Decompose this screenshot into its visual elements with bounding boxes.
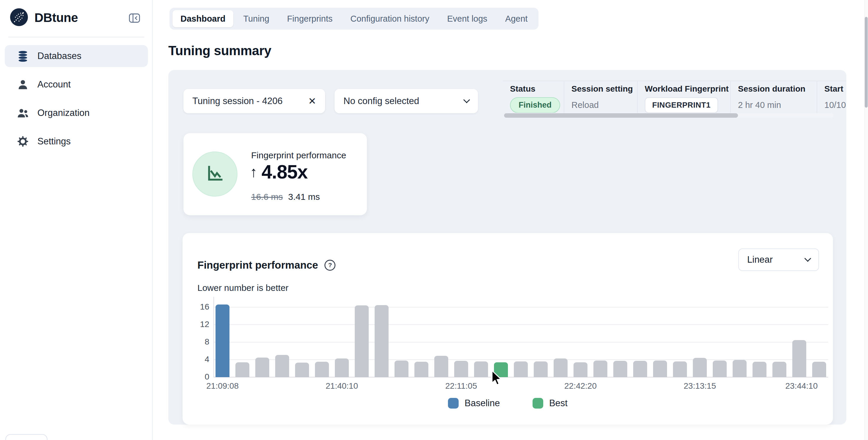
- chart-subtitle: Lower number is better: [197, 283, 288, 293]
- chart-bar-14[interactable]: [494, 362, 508, 377]
- sidebar-nav: Databases Account Organization: [5, 45, 148, 153]
- chart-bar-4[interactable]: [295, 363, 309, 377]
- sidebar-item-organization[interactable]: Organization: [5, 102, 148, 124]
- legend-swatch-best: [532, 398, 543, 409]
- sidebar-item-databases[interactable]: Databases: [5, 45, 148, 67]
- legend-item-baseline: Baseline: [448, 398, 500, 409]
- chart-bar-24[interactable]: [693, 358, 707, 377]
- chart-bar-15[interactable]: [514, 362, 528, 377]
- chart-bar-20[interactable]: [613, 361, 627, 377]
- gear-icon: [17, 135, 29, 148]
- chart-bar-10[interactable]: [414, 362, 428, 377]
- x-axis-tick-0: 21:09:08: [206, 381, 239, 391]
- bottom-left-partial-button[interactable]: [5, 434, 48, 440]
- y-axis-tick-0: 0: [188, 372, 209, 381]
- chart-legend: Baseline Best: [183, 398, 833, 409]
- sidebar: DBtune Databases: [0, 0, 153, 440]
- performance-multiplier-row: ↑ 4.85x: [250, 161, 308, 183]
- sidebar-item-label: Organization: [37, 108, 90, 118]
- sidebar-collapse-icon[interactable]: [129, 13, 140, 24]
- chart-decrease-icon: [204, 163, 226, 185]
- column-header-session-duration: Session duration: [730, 81, 817, 97]
- chart-bar-1[interactable]: [236, 362, 249, 377]
- chart-bar-2[interactable]: [255, 358, 269, 377]
- chart-bar-12[interactable]: [454, 361, 468, 377]
- fingerprint-performance-card: Fingerprint performance ↑ 4.85x 16.6 ms …: [183, 133, 367, 215]
- scale-select[interactable]: Linear: [738, 248, 819, 271]
- chart-bar-11[interactable]: [434, 356, 448, 377]
- chart-bar-16[interactable]: [534, 362, 548, 377]
- chart-bar-3[interactable]: [275, 355, 289, 377]
- page-title: Tuning summary: [168, 43, 271, 58]
- chevron-down-icon: [463, 96, 470, 103]
- brand-row: DBtune: [10, 8, 78, 27]
- sidebar-item-account[interactable]: Account: [5, 73, 148, 96]
- baseline-latency: 16.6 ms: [251, 192, 283, 202]
- y-axis-tick-12: 12: [188, 319, 209, 329]
- x-axis-tick-5: 23:44:10: [785, 381, 818, 391]
- session-select[interactable]: Tuning session - 4206 ✕: [183, 89, 325, 113]
- sidebar-item-label: Settings: [37, 136, 71, 147]
- tab-event-logs[interactable]: Event logs: [439, 10, 495, 27]
- fingerprint-chip[interactable]: FINGERPRINT1: [645, 97, 718, 113]
- session-duration-cell: 2 hr 40 min: [730, 97, 817, 113]
- column-header-session-setting: Session setting: [564, 81, 637, 97]
- chart-bar-22[interactable]: [653, 361, 667, 377]
- gridline-y12: [213, 325, 828, 325]
- session-summary-table: Status Session setting Workload Fingerpr…: [503, 81, 846, 113]
- chart-bar-6[interactable]: [335, 359, 349, 377]
- brand-name: DBtune: [34, 11, 78, 25]
- sidebar-divider: [8, 37, 144, 37]
- sidebar-item-label: Databases: [37, 51, 81, 61]
- performance-icon-circle: [192, 151, 238, 197]
- chart-title-row: Fingerprint performance ?: [197, 259, 336, 271]
- chart-bar-26[interactable]: [733, 360, 747, 377]
- tab-agent[interactable]: Agent: [497, 10, 536, 27]
- chart-bar-30[interactable]: [812, 362, 826, 377]
- legend-label-baseline: Baseline: [465, 398, 500, 409]
- chart-bar-25[interactable]: [713, 361, 727, 377]
- window-scrollbar-thumb[interactable]: [865, 17, 868, 108]
- performance-values-row: 16.6 ms 3.41 ms: [251, 192, 320, 202]
- person-icon: [17, 78, 29, 91]
- chart-bar-27[interactable]: [752, 362, 767, 377]
- chart-bar-28[interactable]: [772, 362, 786, 377]
- chart-bar-18[interactable]: [574, 362, 587, 377]
- table-horizontal-scrollbar[interactable]: [504, 113, 834, 118]
- sidebar-item-label: Account: [37, 79, 71, 90]
- tuning-summary-panel: Tuning session - 4206 ✕ No config select…: [168, 70, 846, 425]
- chart-bar-29[interactable]: [792, 340, 806, 377]
- status-badge: Finished: [510, 97, 560, 113]
- tab-configuration-history[interactable]: Configuration history: [342, 10, 437, 27]
- best-latency: 3.41 ms: [288, 192, 320, 202]
- column-header-start: Start: [817, 81, 846, 97]
- chart-bar-8[interactable]: [375, 305, 389, 377]
- tab-tuning[interactable]: Tuning: [235, 10, 277, 27]
- chart-bar-7[interactable]: [355, 305, 369, 377]
- clear-icon[interactable]: ✕: [308, 96, 316, 106]
- column-header-workload-fingerprint: Workload Fingerprint: [637, 81, 730, 97]
- up-arrow-icon: ↑: [250, 163, 257, 180]
- chart-bar-9[interactable]: [395, 361, 408, 377]
- tab-fingerprints[interactable]: Fingerprints: [279, 10, 340, 27]
- sidebar-item-settings[interactable]: Settings: [5, 131, 148, 153]
- database-icon: [17, 50, 29, 62]
- chart-bar-0[interactable]: [216, 305, 229, 377]
- top-tabbar: Dashboard Tuning Fingerprints Configurat…: [169, 8, 538, 30]
- chart-bar-5[interactable]: [315, 362, 329, 377]
- table-scrollbar-thumb[interactable]: [504, 113, 738, 118]
- start-cell: 10/10: [817, 97, 846, 113]
- chart-bar-17[interactable]: [554, 359, 567, 377]
- status-cell: Finished: [503, 97, 564, 113]
- window-vertical-scrollbar[interactable]: [864, 0, 868, 440]
- chart-bar-13[interactable]: [474, 362, 488, 377]
- tab-dashboard[interactable]: Dashboard: [173, 10, 233, 27]
- chart-bar-21[interactable]: [633, 361, 647, 377]
- help-icon[interactable]: ?: [324, 260, 336, 271]
- column-header-status: Status: [503, 81, 564, 97]
- chart-bar-19[interactable]: [593, 361, 607, 377]
- chart-title: Fingerprint performance: [197, 259, 318, 271]
- chevron-down-icon: [804, 255, 811, 262]
- chart-bar-23[interactable]: [673, 362, 687, 377]
- config-select[interactable]: No config selected: [335, 89, 478, 113]
